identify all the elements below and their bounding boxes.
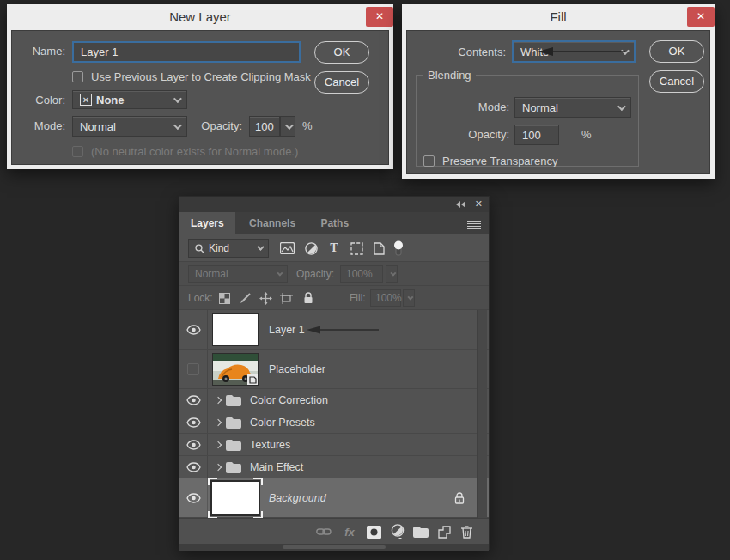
filter-kind-value: Kind [209,242,229,254]
group-expand-chevron-icon[interactable] [215,441,222,447]
layer-row-background[interactable]: Background [179,478,489,518]
vertical-scrollbar[interactable] [477,310,487,518]
lock-all-icon[interactable] [301,291,315,305]
opacity-dropdown-button[interactable] [280,116,295,137]
opacity-label: Opacity: [296,268,334,280]
layer-name: Layer 1 [269,324,305,336]
new-layer-dialog: New Layer ✕ Name: OK Use Previous Layer … [7,4,393,169]
cancel-button[interactable]: Cancel [314,71,369,94]
group-row-color-correction[interactable]: Color Correction [179,389,489,411]
folder-icon [226,417,241,429]
chevron-down-icon [284,121,293,130]
preserve-transparency-checkbox[interactable] [423,155,435,167]
visibility-eye-icon[interactable] [179,389,208,411]
group-name: Color Presets [250,417,315,429]
mode-select[interactable]: Normal [72,116,187,137]
color-select[interactable]: ✕ None [72,90,187,109]
group-expand-chevron-icon[interactable] [215,463,222,470]
layer-row-layer1[interactable]: Layer 1 [179,310,489,350]
opacity-value-disabled: 100% [340,265,383,283]
layer-effects-icon[interactable]: fx [341,523,358,540]
lock-transparency-icon[interactable] [217,291,231,305]
ok-button[interactable]: OK [314,41,369,64]
neutral-color-checkbox-disabled [72,146,83,157]
layer-name-input[interactable] [72,41,301,63]
mode-select[interactable]: Normal [514,97,631,118]
new-group-icon[interactable] [412,523,429,540]
group-row-color-presets[interactable]: Color Presets [179,411,489,434]
horizontal-scrollbar[interactable] [179,544,489,551]
lock-position-icon[interactable] [259,291,272,305]
panel-menu-icon[interactable] [467,219,481,228]
visibility-eye-icon-off[interactable] [179,350,208,388]
folder-icon [226,461,241,473]
layers-panel: ✕ Layers Channels Paths Kind T [179,196,490,550]
filter-kind-select[interactable]: Kind [188,239,269,258]
fill-value-disabled: 100% [370,289,401,307]
layer-thumbnail[interactable] [212,313,259,346]
visibility-eye-icon[interactable] [179,310,208,349]
filter-toggle-icon[interactable] [391,240,406,256]
group-row-main-effect[interactable]: Main Effect [179,456,489,478]
opacity-value: 100 [522,129,541,142]
opacity-input[interactable]: 100 [249,116,280,137]
fill-label: Fill: [350,292,366,304]
filter-shape-layers-icon[interactable] [349,240,364,256]
close-panel-icon[interactable]: ✕ [475,198,483,210]
blending-legend: Blending [423,69,476,82]
collapse-panel-icon[interactable] [456,201,466,208]
filter-type-layers-icon[interactable]: T [326,240,342,256]
delete-layer-icon[interactable] [458,523,475,540]
group-row-textures[interactable]: Textures [179,434,489,456]
link-layers-icon[interactable] [315,523,332,540]
visibility-eye-icon[interactable] [179,411,208,433]
tab-layers[interactable]: Layers [179,212,235,234]
color-select-value: None [96,94,125,107]
new-layer-icon[interactable] [435,523,453,540]
filter-smart-objects-icon[interactable] [371,240,386,256]
folder-icon [226,439,241,451]
ok-button[interactable]: OK [649,40,704,63]
opacity-dropdown-disabled [386,265,398,283]
layer-name: Placeholder [269,363,325,375]
fill-dialog: Fill ✕ Contents: White OK Cancel Blendin… [402,4,715,179]
tab-channels[interactable]: Channels [238,212,307,234]
contents-select[interactable]: White [512,40,636,63]
new-layer-title: New Layer [11,4,389,30]
close-icon[interactable]: ✕ [366,7,393,27]
opacity-input[interactable]: 100 [514,125,559,145]
filter-pixel-layers-icon[interactable] [279,240,295,256]
color-label: Color: [12,94,65,107]
clipping-mask-checkbox[interactable] [72,71,83,82]
layer-thumbnail[interactable] [212,482,259,514]
percent-sign: % [302,119,313,132]
lock-label: Lock: [188,292,213,304]
filter-adjustment-layers-icon[interactable] [303,240,319,256]
add-layer-mask-icon[interactable] [365,523,382,540]
cancel-button[interactable]: Cancel [649,70,704,93]
visibility-eye-icon[interactable] [179,478,208,517]
lock-paint-icon[interactable] [238,291,252,305]
chevron-down-icon [173,94,182,103]
chevron-down-icon [617,102,626,111]
chevron-down-icon [173,121,182,130]
chevron-down-icon [257,243,264,250]
opacity-label: Opacity: [417,128,509,141]
visibility-eye-icon[interactable] [179,456,208,478]
name-label: Name: [12,45,65,58]
layer-thumbnail[interactable] [212,353,259,386]
lock-icon[interactable] [454,492,465,504]
contents-select-value: White [520,46,549,58]
neutral-note: (No neutral color exists for Normal mode… [91,145,298,158]
clipping-mask-label: Use Previous Layer to Create Clipping Ma… [91,70,311,83]
preserve-transparency-label: Preserve Transparency [442,155,557,167]
group-expand-chevron-icon[interactable] [215,396,222,403]
group-expand-chevron-icon[interactable] [215,418,222,425]
visibility-eye-icon[interactable] [179,434,208,455]
lock-artboard-icon[interactable] [279,291,293,305]
layer-row-placeholder[interactable]: Placeholder [179,350,489,389]
tab-paths[interactable]: Paths [309,212,360,234]
close-icon[interactable]: ✕ [687,7,715,27]
add-adjustment-layer-icon[interactable] [389,523,406,540]
annotation-arrow-icon [307,325,380,335]
